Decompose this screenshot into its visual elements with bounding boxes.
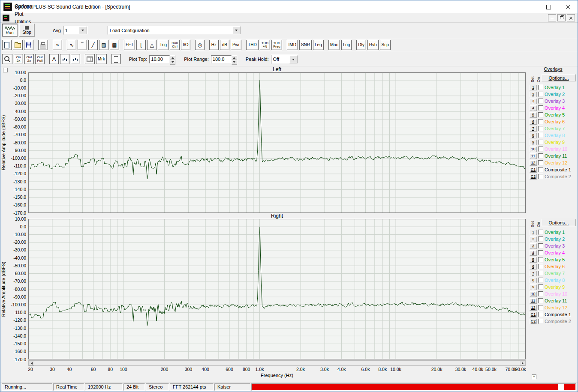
overlay-1-set-button[interactable]: 1 [530, 85, 537, 90]
overlay-4-set-button[interactable]: 4 [530, 250, 537, 256]
toolbar-spectrogram-view-button[interactable]: ▤ [110, 40, 119, 50]
overlay-10-on-checkbox[interactable] [538, 291, 543, 296]
overlay-2-set-button[interactable]: 2 [530, 92, 537, 97]
toolbar-power-units-button[interactable]: Pwr [231, 40, 241, 50]
overlay-11-set-button[interactable]: 11 [530, 153, 537, 159]
toolbar-marker-button[interactable]: Mrk [96, 54, 107, 64]
toolbar-calibration-button[interactable]: △ [147, 40, 157, 50]
toolbar-macro-button[interactable]: Mac [328, 40, 340, 50]
menu-options[interactable]: Options [12, 3, 36, 10]
peak-hold-select[interactable]: Off [271, 55, 298, 64]
overlay-c1-on-checkbox[interactable] [538, 167, 543, 172]
overlay-11-on-checkbox[interactable] [538, 298, 543, 303]
overlay-7-set-button[interactable]: 7 [530, 126, 537, 132]
toolbar-phase-view-button[interactable]: ╱ [88, 40, 98, 50]
toolbar-save-file-button[interactable] [24, 40, 33, 50]
toolbar-spectrum-view-button[interactable]: ⌒ [78, 40, 87, 50]
spin-up-button[interactable] [170, 55, 175, 60]
overlay-7-on-checkbox[interactable] [538, 126, 543, 131]
overlay-2-on-checkbox[interactable] [538, 92, 543, 97]
mdi-minimize-button[interactable] [548, 14, 556, 21]
overlay-3-set-button[interactable]: 3 [530, 243, 537, 249]
toolbar-zoom-out-full-button[interactable]: OutFull [35, 54, 45, 64]
toolbar-thd-plus-n-button[interactable]: THD+N [260, 40, 270, 50]
toolbar-logging-button[interactable]: Log [341, 40, 352, 50]
stop-button[interactable]: Stop [19, 24, 35, 37]
scroll-right-button[interactable] [520, 361, 525, 365]
close-button[interactable] [558, 0, 578, 13]
toolbar-scaling-button[interactable]: ⌊ [136, 40, 146, 50]
overlay-11-on-checkbox[interactable] [538, 153, 543, 159]
toolbar-new-file-button[interactable] [2, 40, 12, 50]
toolbar-zoom-out-2x-button[interactable]: Out2x [24, 54, 34, 64]
avg-dropdown-button[interactable] [79, 26, 87, 34]
overlay-c2-set-button[interactable]: C2 [530, 174, 537, 180]
overlay-1-on-checkbox[interactable] [538, 85, 543, 90]
overlay-12-on-checkbox[interactable] [538, 160, 543, 165]
toolbar-imd-button[interactable]: IMD [287, 40, 298, 50]
right-spectrum-plot[interactable] [28, 219, 526, 359]
toolbar-table-display-button[interactable] [85, 54, 95, 64]
overlay-3-on-checkbox[interactable] [538, 243, 543, 248]
plot-h-scrollbar[interactable] [28, 360, 526, 366]
overlay-c1-set-button[interactable]: C1 [530, 167, 537, 173]
overlay-6-on-checkbox[interactable] [538, 264, 543, 269]
toolbar-thd-freq-button[interactable]: THDFreq [271, 40, 282, 50]
toolbar-delay-button[interactable]: Dly [356, 40, 366, 50]
overlay-8-on-checkbox[interactable] [538, 133, 543, 138]
overlay-3-set-button[interactable]: 3 [530, 99, 537, 104]
overlay-8-set-button[interactable]: 8 [530, 278, 537, 283]
peak-hold-dropdown-button[interactable] [289, 55, 298, 63]
overlay-12-set-button[interactable]: 12 [530, 160, 537, 166]
spin-down-button[interactable] [232, 60, 237, 65]
overlay-5-set-button[interactable]: 5 [530, 257, 537, 263]
overlay-c2-on-checkbox[interactable] [538, 319, 543, 324]
overlay-9-set-button[interactable]: 9 [530, 284, 537, 290]
overlay-4-on-checkbox[interactable] [538, 105, 543, 111]
toolbar-zoom-in-2x-button[interactable]: On2x [14, 54, 23, 64]
run-button[interactable]: Run [2, 24, 18, 37]
toolbar-trigger-button[interactable]: Trig [158, 40, 169, 50]
overlay-4-on-checkbox[interactable] [538, 250, 543, 255]
toolbar-snr-button[interactable]: SNR [299, 40, 312, 50]
overlay-options-button[interactable]: Options... [542, 74, 576, 81]
overlay-9-on-checkbox[interactable] [538, 284, 543, 290]
toolbar-cursor-marker-button[interactable] [111, 54, 121, 64]
overlay-12-on-checkbox[interactable] [538, 305, 543, 310]
toolbar-zoom-button[interactable] [2, 54, 12, 64]
minimize-button[interactable] [520, 0, 539, 13]
toolbar-print-button[interactable] [38, 40, 48, 50]
overlay-6-on-checkbox[interactable] [538, 119, 543, 124]
expand-plot-icon[interactable] [532, 374, 536, 379]
toolbar-reverb-button[interactable]: Rvb [367, 40, 379, 50]
overlay-3-on-checkbox[interactable] [538, 99, 543, 104]
avg-select[interactable]: 1 [63, 26, 88, 35]
toolbar-peak-curve-button[interactable]: Λ [49, 54, 59, 64]
mdi-close-button[interactable] [567, 14, 575, 21]
overlay-10-set-button[interactable]: 10 [530, 291, 537, 297]
toolbar-fft-settings-button[interactable]: FFT [124, 40, 135, 50]
toolbar-time-series-view-button[interactable]: ∿ [67, 40, 76, 50]
overlay-10-set-button[interactable]: 10 [530, 147, 537, 152]
toolbar-thd-button[interactable]: THD [246, 40, 259, 50]
overlay-9-on-checkbox[interactable] [538, 140, 543, 145]
left-spectrum-plot[interactable] [28, 72, 526, 213]
overlay-4-set-button[interactable]: 4 [530, 105, 537, 111]
overlay-2-set-button[interactable]: 2 [530, 236, 537, 242]
overlay-5-set-button[interactable]: 5 [530, 112, 537, 118]
overlay-2-on-checkbox[interactable] [538, 236, 543, 242]
plot-range-input[interactable]: 180.0 [211, 55, 232, 63]
overlay-options-button[interactable]: Options... [542, 219, 576, 226]
overlay-6-set-button[interactable]: 6 [530, 264, 537, 269]
overlay-6-set-button[interactable]: 6 [530, 119, 537, 125]
overlay-12-set-button[interactable]: 12 [530, 305, 537, 311]
overlay-7-set-button[interactable]: 7 [530, 271, 537, 276]
spectrum-window-icon[interactable] [3, 15, 9, 21]
toolbar-bar-display-button[interactable] [60, 54, 69, 64]
overlay-8-set-button[interactable]: 8 [530, 133, 537, 138]
toolbar-scope-button[interactable]: Scp [380, 40, 391, 50]
scroll-left-button[interactable] [29, 361, 34, 365]
plot-top-input[interactable]: 10.00 [149, 55, 170, 63]
overlay-1-on-checkbox[interactable] [538, 230, 543, 235]
spin-down-button[interactable] [170, 60, 175, 65]
